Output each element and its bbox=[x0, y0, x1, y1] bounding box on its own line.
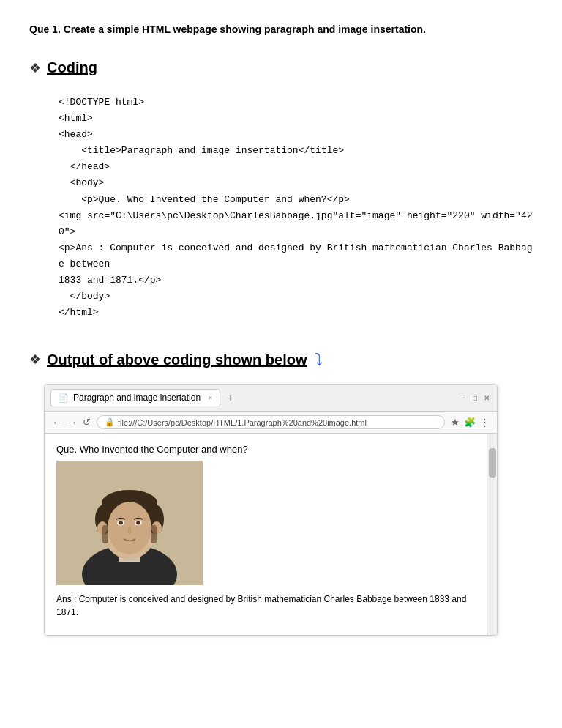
output-bullet: ❖ bbox=[29, 352, 41, 368]
tab-icon: 📄 bbox=[59, 393, 69, 403]
browser-scrollbar[interactable] bbox=[487, 434, 497, 635]
browser-content: Que. Who Invented the Computer and when? bbox=[45, 434, 497, 635]
browser-tab[interactable]: 📄 Paragraph and image insertation × bbox=[50, 389, 220, 406]
address-text: file:///C:/Users/pc/Desktop/HTML/1.Parag… bbox=[118, 418, 367, 427]
tab-close-icon[interactable]: × bbox=[208, 394, 212, 402]
browser-action-icons: ★ 🧩 ⋮ bbox=[451, 417, 490, 428]
arrow-icon: ⤵ bbox=[315, 350, 323, 369]
svg-rect-16 bbox=[151, 525, 157, 543]
content-ans: Ans : Computer is conceived and designed… bbox=[56, 593, 481, 619]
question-text: Que 1. Create a simple HTML webpage show… bbox=[29, 22, 533, 37]
output-section-heading: ❖ Output of above coding shown below ⤵ bbox=[29, 350, 533, 369]
minimize-button[interactable]: − bbox=[459, 393, 468, 402]
refresh-button[interactable]: ↺ bbox=[83, 417, 91, 428]
bookmark-icon[interactable]: ★ bbox=[451, 417, 460, 428]
coding-title: Coding bbox=[47, 59, 97, 76]
maximize-button[interactable]: □ bbox=[471, 393, 479, 402]
browser-window: 📄 Paragraph and image insertation × + − … bbox=[44, 384, 498, 636]
secure-icon: 🔒 bbox=[105, 417, 115, 427]
browser-titlebar: 📄 Paragraph and image insertation × + − … bbox=[45, 385, 497, 412]
tab-label: Paragraph and image insertation bbox=[73, 393, 201, 403]
svg-point-11 bbox=[119, 521, 123, 525]
new-tab-button[interactable]: + bbox=[228, 392, 233, 404]
window-controls: − □ ✕ bbox=[459, 393, 491, 402]
address-input[interactable]: 🔒 file:///C:/Users/pc/Desktop/HTML/1.Par… bbox=[97, 415, 445, 429]
extensions-icon[interactable]: 🧩 bbox=[464, 417, 476, 428]
svg-rect-15 bbox=[102, 525, 108, 543]
coding-section-heading: ❖ Coding bbox=[29, 59, 533, 76]
code-block: <!DOCTYPE html> <html> <head> <title>Par… bbox=[59, 94, 533, 321]
back-button[interactable]: ← bbox=[52, 417, 61, 428]
close-button[interactable]: ✕ bbox=[482, 393, 491, 402]
scrollbar-thumb[interactable] bbox=[489, 448, 496, 478]
forward-button[interactable]: → bbox=[67, 417, 77, 428]
menu-icon[interactable]: ⋮ bbox=[480, 417, 490, 428]
output-title: Output of above coding shown below bbox=[47, 352, 307, 368]
svg-point-12 bbox=[136, 521, 140, 525]
content-question: Que. Who Invented the Computer and when? bbox=[56, 444, 485, 455]
browser-address-bar: ← → ↺ 🔒 file:///C:/Users/pc/Desktop/HTML… bbox=[45, 412, 497, 434]
coding-bullet: ❖ bbox=[29, 60, 41, 76]
portrait-image bbox=[56, 461, 203, 585]
